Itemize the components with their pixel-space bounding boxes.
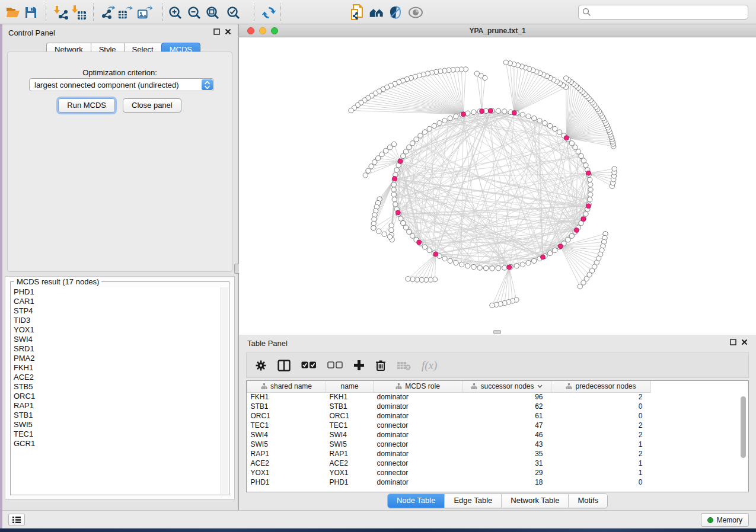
cell-predecessor-nodes[interactable]: 1 — [551, 440, 651, 449]
mcds-result-item[interactable]: ORC1 — [11, 392, 221, 401]
cell-shared-name[interactable]: ORC1 — [247, 411, 326, 421]
table-row[interactable]: SWI4SWI4dominator462 — [247, 430, 658, 440]
cell-predecessor-nodes[interactable]: 2 — [551, 449, 651, 459]
tab-edge-table[interactable]: Edge Table — [444, 494, 501, 508]
table-scrollbar[interactable] — [740, 394, 747, 491]
hide-selected-icon[interactable] — [388, 5, 403, 20]
cell-MCDS-role[interactable]: dominator — [374, 477, 462, 487]
zoom-selected-icon[interactable] — [225, 5, 241, 20]
close-panel-icon[interactable] — [741, 339, 748, 345]
cell-predecessor-nodes[interactable]: 1 — [551, 459, 651, 468]
refresh-icon[interactable] — [261, 5, 276, 20]
cell-successor-nodes[interactable]: 31 — [462, 459, 551, 468]
cell-MCDS-role[interactable]: dominator — [374, 392, 462, 402]
cell-predecessor-nodes[interactable]: 0 — [551, 402, 651, 411]
cell-predecessor-nodes[interactable]: 2 — [551, 421, 651, 430]
cell-successor-nodes[interactable]: 62 — [462, 402, 551, 411]
mcds-result-item[interactable]: STB5 — [11, 382, 221, 392]
table-row[interactable]: ACE2ACE2connector311 — [247, 459, 658, 468]
cell-name[interactable]: ORC1 — [326, 411, 374, 421]
table-row[interactable]: TEC1TEC1connector472 — [247, 421, 658, 430]
cell-name[interactable]: TEC1 — [326, 421, 374, 430]
cell-MCDS-role[interactable]: dominator — [374, 430, 462, 440]
zoom-fit-icon[interactable] — [205, 5, 220, 20]
cell-shared-name[interactable]: YOX1 — [247, 468, 326, 477]
column-header-successor-nodes[interactable]: successor nodes — [462, 381, 551, 392]
cell-predecessor-nodes[interactable]: 2 — [551, 430, 651, 440]
run-mcds-button[interactable]: Run MCDS — [58, 98, 115, 113]
cell-MCDS-role[interactable]: connector — [374, 468, 462, 477]
mcds-result-item[interactable]: SWI4 — [11, 335, 221, 344]
cell-successor-nodes[interactable]: 61 — [462, 411, 551, 421]
zoom-in-icon[interactable] — [167, 5, 183, 20]
export-image-icon[interactable] — [137, 5, 152, 20]
open-file-icon[interactable] — [5, 5, 20, 20]
table-row[interactable]: PHD1PHD1dominator180 — [247, 477, 658, 487]
cell-name[interactable]: RAP1 — [326, 449, 374, 459]
table-row[interactable]: RAP1RAP1dominator352 — [247, 449, 658, 459]
close-panel-button[interactable]: Close panel — [123, 98, 181, 113]
mcds-result-item[interactable]: SWI5 — [11, 420, 221, 430]
show-all-nodes-icon[interactable] — [369, 5, 384, 20]
mcds-result-item[interactable]: RAP1 — [11, 401, 221, 411]
cell-MCDS-role[interactable]: connector — [374, 459, 462, 468]
table-row[interactable]: SWI5SWI5connector431 — [247, 440, 658, 449]
cell-name[interactable]: PHD1 — [326, 477, 374, 487]
cell-name[interactable]: STB1 — [326, 402, 374, 411]
save-session-icon[interactable] — [23, 5, 39, 20]
column-header-name[interactable]: name — [326, 381, 374, 392]
cell-shared-name[interactable]: STB1 — [247, 402, 326, 411]
column-header-shared-name[interactable]: shared name — [247, 381, 326, 392]
mcds-result-item[interactable]: TEC1 — [11, 430, 221, 439]
export-network-icon[interactable] — [100, 5, 115, 20]
cell-shared-name[interactable]: TEC1 — [247, 421, 326, 430]
task-history-button[interactable] — [8, 514, 25, 526]
network-graph[interactable] — [239, 37, 756, 335]
cell-MCDS-role[interactable]: connector — [374, 440, 462, 449]
table-row[interactable]: ORC1ORC1dominator610 — [247, 411, 658, 421]
mcds-result-item[interactable]: ACE2 — [11, 373, 221, 382]
cell-successor-nodes[interactable]: 43 — [462, 440, 551, 449]
cell-MCDS-role[interactable]: connector — [374, 421, 462, 430]
import-table-icon[interactable] — [71, 5, 87, 20]
new-network-from-selection-icon[interactable] — [350, 5, 365, 20]
cell-successor-nodes[interactable]: 18 — [462, 477, 551, 487]
deselect-all-icon[interactable] — [327, 361, 343, 369]
cell-name[interactable]: FKH1 — [326, 392, 374, 402]
float-panel-icon[interactable] — [213, 28, 220, 35]
table-row[interactable]: FKH1FKH1dominator962 — [247, 392, 658, 402]
column-layout-icon[interactable] — [277, 360, 291, 371]
tab-network-table[interactable]: Network Table — [501, 494, 568, 508]
mcds-result-item[interactable]: YOX1 — [11, 325, 221, 335]
column-header-predecessor-nodes[interactable]: predecessor nodes — [551, 381, 651, 392]
cell-shared-name[interactable]: PHD1 — [247, 477, 326, 487]
delete-column-icon[interactable] — [375, 360, 386, 371]
zoom-out-icon[interactable] — [186, 5, 202, 20]
cell-successor-nodes[interactable]: 46 — [462, 430, 551, 440]
cell-name[interactable]: SWI4 — [326, 430, 374, 440]
import-network-icon[interactable] — [53, 5, 69, 20]
tab-node-table[interactable]: Node Table — [388, 494, 445, 508]
gear-icon[interactable] — [255, 360, 267, 371]
mcds-result-scrollbar[interactable] — [221, 287, 228, 494]
graph-nodes[interactable] — [349, 60, 617, 307]
search-input[interactable] — [594, 7, 748, 18]
network-window-titlebar[interactable]: YPA_prune.txt_1 — [239, 24, 756, 37]
cell-MCDS-role[interactable]: dominator — [374, 402, 462, 411]
table-row[interactable]: STB1STB1dominator620 — [247, 402, 658, 411]
add-column-icon[interactable] — [353, 360, 365, 371]
cell-predecessor-nodes[interactable]: 0 — [551, 477, 651, 487]
cell-shared-name[interactable]: SWI5 — [247, 440, 326, 449]
cell-successor-nodes[interactable]: 47 — [462, 421, 551, 430]
mcds-result-item[interactable]: STP4 — [11, 306, 221, 316]
cell-shared-name[interactable]: RAP1 — [247, 449, 326, 459]
cell-predecessor-nodes[interactable]: 0 — [551, 411, 651, 421]
mcds-result-list[interactable]: PHD1CAR1STP4TID3YOX1SWI4SRD1PMA2FKH1ACE2… — [11, 287, 221, 494]
cell-successor-nodes[interactable]: 29 — [462, 468, 551, 477]
mcds-result-item[interactable]: FKH1 — [11, 363, 221, 373]
select-all-icon[interactable] — [301, 361, 317, 369]
float-panel-icon[interactable] — [730, 339, 736, 345]
mcds-result-item[interactable]: STB1 — [11, 411, 221, 420]
network-table-divider-handle[interactable] — [493, 330, 501, 334]
column-header-MCDS-role[interactable]: MCDS role — [374, 381, 462, 392]
